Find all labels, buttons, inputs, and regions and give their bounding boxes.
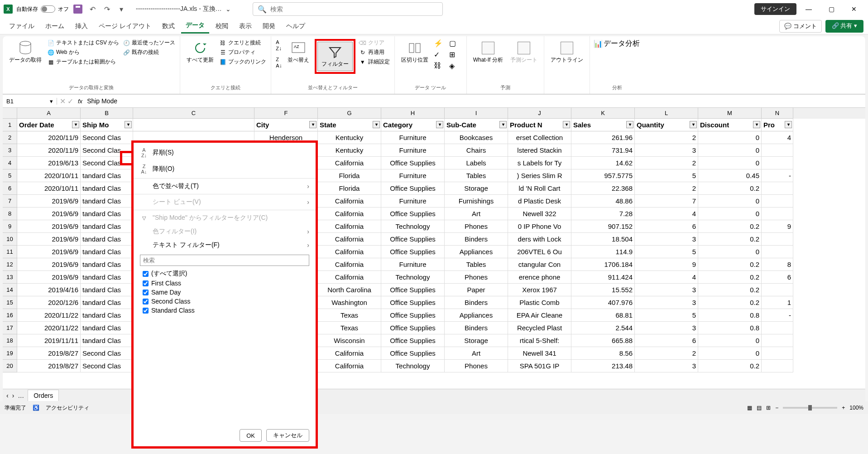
cell[interactable] <box>762 233 793 246</box>
accessibility-icon[interactable]: ♿ <box>33 405 39 411</box>
search-bar[interactable]: 🔍 <box>253 2 443 16</box>
sheet-tab-orders[interactable]: Orders <box>28 390 59 401</box>
cell[interactable]: 2019/4/16 <box>17 284 81 296</box>
cell[interactable] <box>762 360 793 372</box>
minimize-button[interactable]: — <box>798 0 819 18</box>
filter-dropdown-K[interactable]: ▾ <box>626 121 633 128</box>
cell[interactable]: Art <box>445 347 508 360</box>
data-model-icon[interactable]: ◈ <box>449 62 462 70</box>
filter-dropdown-M[interactable]: ▾ <box>753 121 760 128</box>
cell[interactable]: 0 <box>698 157 762 169</box>
cell[interactable]: 2020/11/9 <box>17 144 81 157</box>
cell[interactable] <box>762 284 793 296</box>
cell[interactable]: 2020/10/11 <box>17 169 81 182</box>
col-header-B[interactable]: B <box>81 108 133 119</box>
cell[interactable]: California <box>318 246 381 258</box>
filter-dropdown-G[interactable]: ▾ <box>373 121 380 128</box>
cell[interactable]: Binders <box>445 322 508 334</box>
cell[interactable] <box>762 246 793 258</box>
col-header-N[interactable]: N <box>762 108 793 119</box>
cell[interactable]: tandard Clas <box>81 309 133 322</box>
cell[interactable]: Furniture <box>381 144 445 157</box>
cell[interactable]: tandard Clas <box>81 233 133 246</box>
cell[interactable]: 2019/6/9 <box>17 271 81 284</box>
cell[interactable]: Phones <box>445 360 508 372</box>
refresh-all-button[interactable]: すべて更新 <box>185 39 216 66</box>
select-all-corner[interactable] <box>3 108 17 119</box>
col-header-F[interactable]: F <box>254 108 318 119</box>
cell[interactable]: 2020/11/9 <box>17 131 81 144</box>
cell[interactable]: Tables <box>445 258 508 271</box>
cell[interactable]: Kentucky <box>318 131 381 144</box>
cell[interactable]: Plastic Comb <box>508 296 571 309</box>
sort-desc-button[interactable]: ZA↓ <box>276 56 282 69</box>
sort-ascending[interactable]: AZ↓昇順(S) <box>134 145 316 161</box>
cell[interactable]: rtical 5-Shelf: <box>508 334 571 347</box>
header-cell-J[interactable]: Product N▾ <box>508 119 571 131</box>
cell[interactable]: Washington <box>318 296 381 309</box>
cell[interactable]: Office Supplies <box>381 296 445 309</box>
close-button[interactable]: ✕ <box>844 0 864 18</box>
cell[interactable]: 0.2 <box>698 360 762 372</box>
filter-dropdown-A[interactable]: ▾ <box>72 121 79 128</box>
cell[interactable]: 7 <box>635 195 698 208</box>
cell[interactable]: Appliances <box>445 246 508 258</box>
tab-page-layout[interactable]: ページ レイアウト <box>94 19 156 33</box>
cell[interactable]: Phones <box>445 220 508 233</box>
cell[interactable]: North Carolina <box>318 284 381 296</box>
whatif-button[interactable]: What-If 分析 <box>471 39 505 66</box>
cell[interactable]: California <box>318 157 381 169</box>
cell[interactable]: 0.45 <box>698 169 762 182</box>
col-header-J[interactable]: J <box>508 108 571 119</box>
cell[interactable]: Office Supplies <box>381 322 445 334</box>
cell[interactable]: 731.94 <box>571 144 635 157</box>
sort-descending[interactable]: ZA↓降順(O) <box>134 161 316 177</box>
cell[interactable]: California <box>318 258 381 271</box>
cell[interactable]: 907.152 <box>571 220 635 233</box>
cell[interactable]: 4 <box>635 208 698 220</box>
row-header[interactable]: 2 <box>3 131 17 144</box>
cell[interactable]: tandard Clas <box>81 296 133 309</box>
tab-insert[interactable]: 挿入 <box>71 19 92 33</box>
row-header[interactable]: 12 <box>3 258 17 271</box>
cell[interactable]: tandard Clas <box>81 220 133 233</box>
cell[interactable]: Office Supplies <box>381 233 445 246</box>
formula-input[interactable]: Ship Mode <box>84 97 865 105</box>
cell[interactable]: 0 <box>698 334 762 347</box>
header-cell-F[interactable]: City▾ <box>254 119 318 131</box>
cell[interactable]: 3 <box>635 144 698 157</box>
cell[interactable]: Office Supplies <box>381 246 445 258</box>
cell[interactable]: California <box>318 271 381 284</box>
row-header[interactable]: 9 <box>3 220 17 233</box>
row-header[interactable]: 19 <box>3 347 17 360</box>
cell[interactable]: ctangular Con <box>508 258 571 271</box>
cell[interactable]: tandard Clas <box>81 322 133 334</box>
cell[interactable]: 3 <box>635 284 698 296</box>
header-cell-B[interactable]: Ship Mo▾ <box>81 119 133 131</box>
from-text-csv[interactable]: 📄テキストまたは CSV から <box>47 39 119 47</box>
check-select-all[interactable]: (すべて選択) <box>143 269 307 279</box>
enter-icon[interactable]: ✓ <box>67 97 73 106</box>
cell[interactable]: 0.8 <box>698 309 762 322</box>
cell[interactable]: Storage <box>445 334 508 347</box>
cell[interactable]: Storage <box>445 182 508 195</box>
cell[interactable]: 2 <box>635 182 698 195</box>
cell[interactable]: Technology <box>381 271 445 284</box>
header-cell-G[interactable]: State▾ <box>318 119 381 131</box>
cell[interactable]: 48.86 <box>571 195 635 208</box>
cell[interactable]: Technology <box>381 220 445 233</box>
from-table[interactable]: ▦テーブルまたは範囲から <box>47 58 119 66</box>
cell[interactable]: 206VTEL 6 Ou <box>508 246 571 258</box>
check-same-day[interactable]: Same Day <box>143 288 307 297</box>
workbook-links[interactable]: 📘ブックのリンク <box>219 58 266 66</box>
cell[interactable]: 261.96 <box>571 131 635 144</box>
cell[interactable]: Chairs <box>445 144 508 157</box>
outline-button[interactable]: アウトライン <box>549 39 585 66</box>
cell[interactable]: 6 <box>762 271 793 284</box>
cell[interactable]: 2 <box>635 131 698 144</box>
col-header-H[interactable]: H <box>381 108 445 119</box>
cell[interactable]: Office Supplies <box>381 157 445 169</box>
cell[interactable]: tandard Clas <box>81 246 133 258</box>
tab-file[interactable]: ファイル <box>5 19 39 33</box>
qat-dropdown[interactable]: ▾ <box>116 4 127 14</box>
